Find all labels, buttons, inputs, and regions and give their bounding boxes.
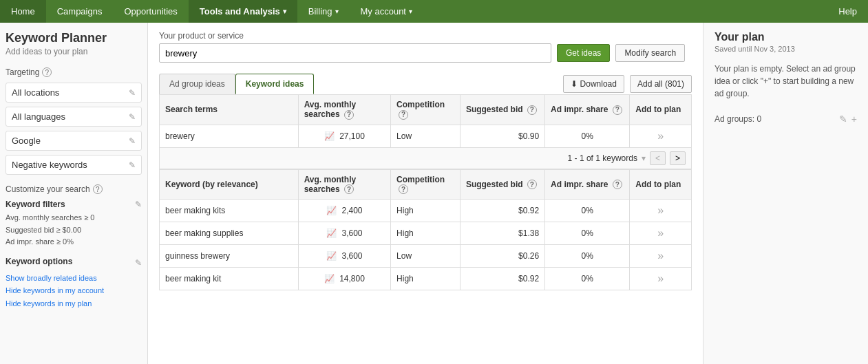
- col-header-add: Add to plan: [630, 95, 692, 125]
- targeting-header: Targeting ?: [6, 67, 142, 77]
- search-terms-table: Search terms Avg. monthly searches ? Com…: [159, 94, 692, 148]
- search-terms-section: Search terms Avg. monthly searches ? Com…: [159, 94, 692, 169]
- nav-opportunities[interactable]: Opportunities: [113, 0, 188, 23]
- filter-adimpr: Ad impr. share ≥ 0%: [6, 236, 142, 248]
- keyword-options-title: Keyword options: [6, 257, 72, 266]
- plan-subtitle: Saved until Nov 3, 2013: [714, 45, 857, 53]
- nav-my-account[interactable]: My account ▾: [350, 0, 423, 23]
- edit-google-icon: ✎: [129, 136, 136, 146]
- ki-trend-icon-2: 📈: [326, 251, 337, 261]
- targeting-help-icon[interactable]: ?: [42, 67, 52, 77]
- tab-ad-group-ideas[interactable]: Ad group ideas: [159, 74, 235, 94]
- monthly-help-icon[interactable]: ?: [344, 110, 354, 120]
- download-icon: ⬇: [571, 79, 578, 89]
- customize-help-icon[interactable]: ?: [93, 184, 103, 194]
- kw-opt-broadly-related[interactable]: Show broadly related ideas: [6, 272, 142, 285]
- ki-add-btn-0[interactable]: »: [657, 204, 664, 216]
- keyword-options-section: Keyword options ✎ Show broadly related i…: [6, 257, 142, 310]
- ki-row-competition-2: Low: [391, 245, 461, 268]
- bid-help-icon[interactable]: ?: [527, 105, 537, 115]
- nav-tools-analysis[interactable]: Tools and Analysis ▾: [189, 0, 297, 23]
- ki-col-header-adimpr: Ad impr. share ?: [545, 169, 630, 200]
- filter-monthly: Avg. monthly searches ≥ 0: [6, 212, 142, 224]
- plan-empty-text: Your plan is empty. Select an ad group i…: [714, 63, 857, 100]
- filter-bid: Suggested bid ≥ $0.00: [6, 224, 142, 237]
- tab-keyword-ideas[interactable]: Keyword ideas: [235, 74, 315, 94]
- ki-bid-help-icon[interactable]: ?: [527, 180, 537, 189]
- ki-trend-icon-3: 📈: [324, 274, 335, 283]
- search-input[interactable]: [159, 43, 551, 63]
- add-all-button[interactable]: Add all (801): [630, 75, 692, 93]
- edit-filters-icon[interactable]: ✎: [135, 200, 142, 209]
- main-content: Your product or service Get ideas Modify…: [148, 23, 703, 364]
- search-row: Your product or service Get ideas Modify…: [159, 31, 692, 63]
- ki-competition-help-icon[interactable]: ?: [399, 184, 408, 194]
- ki-row-adimpr-1: 0%: [545, 222, 630, 245]
- ki-row-trend-1: 📈 3,600: [298, 222, 390, 245]
- ki-add-btn-1[interactable]: »: [657, 227, 664, 239]
- nav-campaigns[interactable]: Campaigns: [46, 0, 114, 23]
- ki-row-keyword-3: beer making kit: [160, 268, 299, 290]
- ki-row-competition-3: High: [391, 268, 461, 290]
- kw-opt-hide-in-account[interactable]: Hide keywords in my account: [6, 284, 142, 297]
- ki-row-adimpr-0: 0%: [545, 200, 630, 222]
- tab-actions: ⬇ Download Add all (801): [563, 75, 692, 93]
- nav-home[interactable]: Home: [0, 0, 46, 23]
- ki-trend-icon-0: 📈: [326, 206, 337, 215]
- page-subtitle: Add ideas to your plan: [6, 47, 142, 56]
- targeting-google[interactable]: Google ✎: [6, 131, 142, 151]
- row-add[interactable]: »: [630, 125, 692, 147]
- tools-dropdown-arrow: ▾: [283, 8, 286, 15]
- adimpr-help-icon[interactable]: ?: [613, 105, 622, 115]
- ki-row-add-2[interactable]: »: [630, 245, 692, 268]
- ki-monthly-help-icon[interactable]: ?: [344, 184, 354, 194]
- col-header-search-terms: Search terms: [160, 95, 299, 125]
- targeting-negative-keywords[interactable]: Negative keywords ✎: [6, 155, 142, 175]
- ki-row-bid-0: $0.92: [460, 200, 544, 222]
- table-row: beer making supplies 📈 3,600 High $1.38 …: [160, 222, 692, 245]
- ki-col-header-bid: Suggested bid ?: [460, 169, 544, 200]
- ki-add-btn-2[interactable]: »: [657, 250, 664, 261]
- edit-locations-icon: ✎: [129, 88, 136, 98]
- download-button[interactable]: ⬇ Download: [563, 75, 624, 93]
- pagination-text: 1 - 1 of 1 keywords: [568, 153, 637, 163]
- plan-icons: ✎ +: [839, 114, 857, 125]
- nav-billing[interactable]: Billing ▾: [297, 0, 350, 23]
- competition-help-icon[interactable]: ?: [399, 110, 408, 120]
- table-row: brewery 📈 27,100 Low $0.90 0% »: [160, 125, 692, 147]
- next-page-btn[interactable]: >: [670, 151, 686, 165]
- sidebar: Keyword Planner Add ideas to your plan T…: [0, 23, 148, 364]
- nav-help[interactable]: Help: [827, 0, 868, 23]
- edit-keyword-options-icon[interactable]: ✎: [135, 258, 142, 268]
- ki-row-adimpr-3: 0%: [545, 268, 630, 290]
- prev-page-btn[interactable]: <: [650, 151, 666, 165]
- pagination-row: 1 - 1 of 1 keywords ▾ < >: [159, 148, 692, 169]
- account-dropdown-arrow: ▾: [409, 8, 412, 15]
- plan-add-icon[interactable]: +: [851, 114, 857, 125]
- ki-row-keyword-0: beer making kits: [160, 200, 299, 222]
- billing-dropdown-arrow: ▾: [335, 8, 339, 15]
- ki-row-keyword-2: guinness brewery: [160, 245, 299, 268]
- targeting-all-languages[interactable]: All languages ✎: [6, 107, 142, 127]
- ki-row-add-3[interactable]: »: [630, 268, 692, 290]
- page-title: Keyword Planner: [6, 31, 142, 45]
- customize-header: Customize your search ?: [6, 184, 142, 194]
- plan-edit-icon[interactable]: ✎: [839, 114, 847, 125]
- row-competition: Low: [391, 125, 461, 147]
- targeting-all-locations[interactable]: All locations ✎: [6, 83, 142, 103]
- add-to-plan-btn[interactable]: »: [657, 130, 664, 142]
- ki-add-btn-3[interactable]: »: [657, 272, 664, 284]
- ki-adimpr-help-icon[interactable]: ?: [613, 180, 622, 189]
- ki-row-bid-2: $0.26: [460, 245, 544, 268]
- kw-opt-hide-in-plan[interactable]: Hide keywords in my plan: [6, 297, 142, 310]
- get-ideas-button[interactable]: Get ideas: [557, 44, 610, 62]
- modify-search-button[interactable]: Modify search: [615, 44, 685, 62]
- col-header-bid: Suggested bid ?: [460, 95, 544, 125]
- row-adimpr: 0%: [545, 125, 630, 147]
- ki-row-add-0[interactable]: »: [630, 200, 692, 222]
- ki-col-header-add: Add to plan: [630, 169, 692, 200]
- keyword-filters-title: Keyword filters: [6, 200, 65, 209]
- ki-row-add-1[interactable]: »: [630, 222, 692, 245]
- col-header-competition: Competition ?: [391, 95, 461, 125]
- ki-col-header-keyword: Keyword (by relevance): [160, 169, 299, 200]
